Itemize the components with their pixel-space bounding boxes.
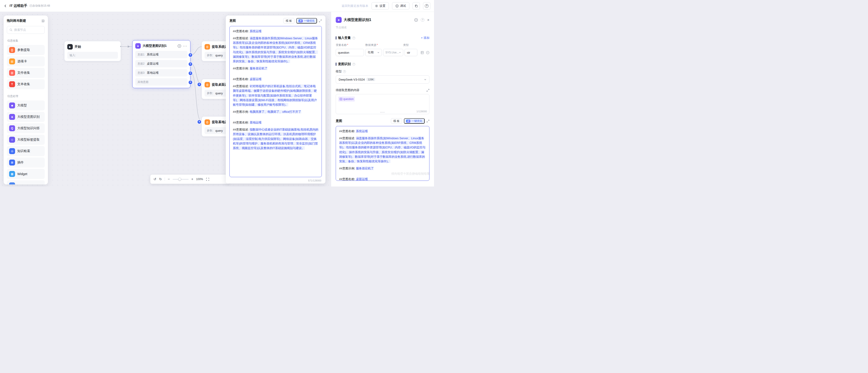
add-variable-button[interactable]: + 添加 [421, 36, 429, 40]
help-icon[interactable]: ? [352, 63, 355, 66]
section-bar [336, 62, 336, 66]
expand-icon[interactable] [427, 89, 429, 92]
add-node-on-edge-icon[interactable]: + [197, 120, 201, 124]
debug-button[interactable]: 调试 [392, 2, 409, 9]
intent-editor-panel: 意图 模 板 AI 一键优化 ##意图名称: 系统运维##意图描述: 涵盖服务器… [226, 16, 326, 183]
intent-doc-line: ##意图名称: 桌面运维 [233, 77, 318, 82]
zoom-out-icon[interactable]: − [167, 177, 170, 181]
back-to-release-link[interactable]: 返回到最近发布版本 [342, 4, 368, 8]
type-field[interactable]: str [405, 49, 417, 56]
undo-icon[interactable]: ↺ [154, 177, 156, 181]
sidebar-item[interactable]: ▦Widget [7, 169, 45, 179]
template-button[interactable]: 模 板 [283, 18, 294, 24]
variable-tag[interactable]: question [338, 96, 355, 102]
resize-handle[interactable]: •••• [380, 111, 385, 113]
run-node-icon[interactable] [414, 18, 418, 22]
node-description-placeholder[interactable]: 节点描述 [336, 26, 429, 29]
intent-doc-line: ##意图示例: 服务器宕机了 [339, 166, 426, 171]
sidebar-item[interactable]: T文本收集 [7, 79, 45, 89]
detail-grid-icon[interactable] [421, 51, 424, 54]
template-button[interactable]: 模 板 [391, 118, 402, 124]
settings-button[interactable]: 设置 [372, 2, 389, 9]
sidebar-item[interactable]: ▤选项卡 [7, 56, 45, 66]
intent-row-3[interactable]: 意图3 基地运维 [135, 69, 187, 77]
canvas-toolbar: ↺ ↻ − + 100% [150, 175, 230, 184]
parameter-extract-node-icon: {} [205, 119, 210, 125]
remove-variable-icon[interactable] [426, 51, 429, 54]
intent-doc-line: ##意图示例: 电脑黑屏了、电脑坏了、office打不开了 [233, 110, 318, 114]
add-branch-icon[interactable]: + [189, 62, 192, 66]
node-run-icon[interactable] [178, 44, 181, 48]
help-icon[interactable]: ? [421, 18, 425, 22]
sidebar-item-label: 大模型 [17, 104, 27, 108]
sidebar-item[interactable] [7, 180, 45, 184]
sidebar-item[interactable]: {}参数提取 [7, 45, 45, 55]
search-input[interactable]: 搜索节点 [7, 26, 45, 34]
intent-doc-line: ##意图名称: 系统运维 [339, 129, 426, 134]
sidebar-item[interactable]: ◆大模型 [7, 101, 45, 111]
sidebar-item-label: 大模型知识问答 [17, 126, 40, 130]
content-input[interactable]: question 1/128000 •••• [336, 94, 429, 114]
model-select[interactable]: DeepSeek-V3-0324 128K [336, 75, 429, 84]
intent-doc-line: ##意图名称: 桌面运维 [339, 177, 426, 181]
zoom-in-icon[interactable]: + [191, 177, 193, 181]
sidebar-item[interactable]: ⊞插件 [7, 157, 45, 168]
help-icon[interactable]: ? [352, 36, 355, 39]
ai-optimize-button[interactable]: AI 一键优化 [296, 18, 317, 24]
expand-icon[interactable] [427, 120, 429, 122]
llm-intent-node-icon: ◈ [336, 17, 342, 23]
add-branch-icon[interactable]: + [189, 81, 192, 84]
model-label: 模型 [336, 69, 342, 74]
add-branch-icon[interactable]: + [189, 53, 192, 57]
search-icon [9, 28, 12, 31]
source-type-select[interactable]: 引用 [365, 49, 382, 56]
zoom-level: 100% [196, 178, 203, 181]
sidebar-item-label: Widget [17, 172, 27, 176]
add-node-on-edge-icon[interactable]: + [197, 83, 201, 86]
intent-doc-line: ##意图描述: 指数据中心或者企业的IT基础设施基地,包括机房内的所有设备、设施… [233, 127, 318, 150]
collapse-panel-icon[interactable] [319, 20, 322, 22]
close-icon[interactable]: × [427, 18, 429, 22]
sidebar-item-label: 选项卡 [17, 59, 27, 63]
intent-label: 意图 [336, 119, 342, 123]
redo-icon[interactable]: ↻ [159, 177, 162, 181]
sidebar-item-label: 知识检索 [17, 149, 30, 153]
connection-point[interactable] [120, 46, 122, 47]
copy-page-button[interactable] [412, 2, 420, 9]
node-title: 提取系统运 [212, 45, 228, 49]
char-counter: 1/128000 [416, 110, 427, 113]
intent-editor[interactable]: ##意图名称: 系统运维##意图描述: 涵盖服务器操作系统(如Windows S… [229, 26, 322, 177]
sidebar-item[interactable]: ▥文件收集 [7, 68, 45, 78]
copy-icon [414, 4, 418, 7]
sidebar-item[interactable]: ◎知识检索 [7, 146, 45, 156]
source-value-select[interactable]: SYS.Use... [383, 49, 403, 56]
sidebar-item[interactable]: ◇大模型标签提取 [7, 135, 45, 145]
zoom-slider[interactable] [173, 179, 189, 180]
intent-editor[interactable]: ##意图名称: 系统运维##意图描述: 涵盖服务器操作系统(如Windows S… [336, 126, 429, 181]
node-more-icon[interactable]: ··· [183, 44, 187, 48]
intent-row-2[interactable]: 意图2 桌面运维 [135, 60, 187, 67]
col-type: 类型 [403, 43, 429, 47]
node-intent-recognition[interactable]: ◈ 大模型意图识别1 ··· 意图1 系统运维 意图2 桌面运维 意图3 基地运… [132, 40, 190, 88]
zoom-slider-thumb[interactable] [178, 178, 181, 181]
text-collect-icon: T [9, 81, 15, 87]
fit-view-icon[interactable] [206, 178, 209, 181]
sidebar-item-label: 大模型标签提取 [17, 138, 40, 142]
intent-row-1[interactable]: 意图1 系统运维 [135, 51, 187, 58]
node-start[interactable]: ▶ 开始 输入: [64, 41, 121, 61]
sidebar-item[interactable]: Q大模型知识问答 [7, 123, 45, 133]
sidebar-title: 拖到画布新建 [7, 19, 26, 23]
char-counter: 571/128000 [308, 179, 321, 182]
sidebar-item[interactable]: ◈大模型意图识别 [7, 112, 45, 122]
add-branch-icon[interactable]: + [189, 71, 192, 75]
back-icon[interactable] [4, 4, 7, 8]
help-icon[interactable]: ? [343, 70, 346, 73]
help-button[interactable]: ? [423, 2, 430, 9]
variable-name-input[interactable]: question [336, 49, 364, 56]
node-title: 提取桌面运 [212, 83, 228, 87]
start-node-icon: ▶ [67, 44, 73, 50]
knowledge-search-icon: ◎ [9, 148, 15, 154]
collapse-sidebar-icon[interactable] [41, 19, 45, 23]
intent-row-other[interactable]: 其他意图 [135, 78, 187, 86]
ai-optimize-button[interactable]: AI 一键优化 [404, 118, 425, 124]
